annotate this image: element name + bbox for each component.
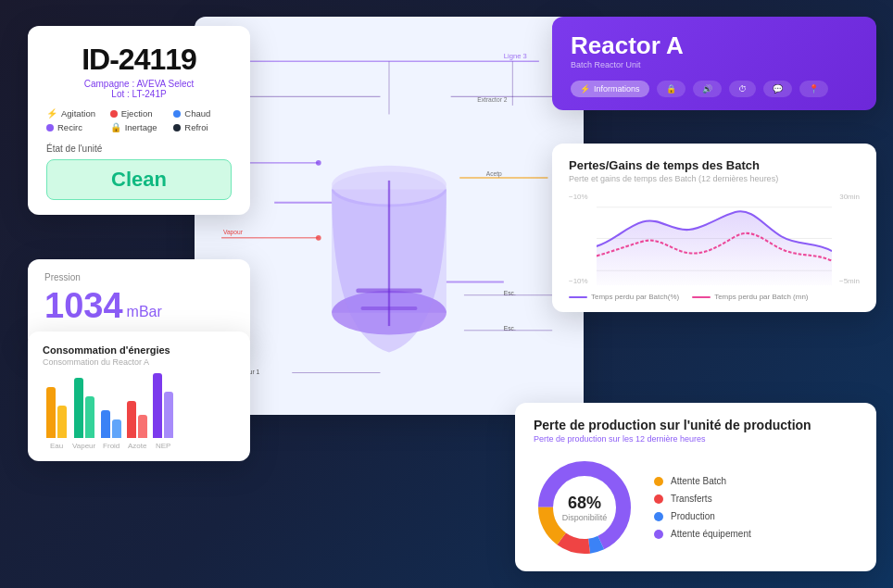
dot-attente-batch	[654, 477, 663, 486]
tag-refroi: Refroi	[173, 122, 232, 132]
reactor-card: Reactor A Batch Reactor Unit ⚡ Informati…	[552, 17, 876, 110]
tab-chat[interactable]: 💬	[763, 81, 792, 97]
tag-inertage: 🔒 Inertage	[110, 122, 169, 132]
dot-attente-equip	[654, 530, 663, 539]
production-subtitle: Perte de production sur les 12 dernière …	[534, 434, 858, 444]
svg-text:Vapour: Vapour	[223, 229, 244, 236]
bar-col-eau	[46, 373, 67, 438]
bar-azote-1	[127, 401, 136, 438]
id-card: ID-24119 Campagne : AVEVA Select Lot : L…	[28, 26, 250, 215]
bar-eau-1	[46, 387, 56, 438]
donut-label: Disponibilité	[562, 513, 608, 522]
timer-icon: ⏱	[738, 84, 747, 94]
bar-label-azote: Azote	[128, 442, 146, 450]
label-transferts: Transferts	[671, 494, 712, 504]
diagram-card: Ligne 1 Ligne 3 Reactor B Extractor 2 Va…	[195, 17, 584, 415]
svg-text:Extractor 2: Extractor 2	[477, 96, 507, 103]
bar-vapeur-2	[85, 396, 94, 438]
lock-icon: 🔒	[666, 84, 676, 94]
pressure-number: 1034	[44, 286, 123, 326]
bar-label-nep: NEP	[156, 442, 170, 450]
chart-y-right: 30min −5min	[839, 193, 860, 285]
tab-location[interactable]: 📍	[799, 81, 828, 97]
tab-sound[interactable]: 🔊	[693, 81, 722, 97]
legend-production: Production	[654, 511, 751, 521]
donut-chart: 68% Disponibilité	[534, 457, 635, 558]
tag-chaud: Chaud	[173, 108, 232, 119]
tag-agitation: ⚡ Agitation	[46, 108, 105, 119]
production-title: Perte de production sur l'unité de produ…	[534, 418, 858, 432]
donut-center: 68% Disponibilité	[562, 494, 608, 522]
etat-label: État de l'unité	[46, 144, 232, 154]
bar-group-azote: Azote	[127, 373, 147, 450]
bar-froid-2	[112, 419, 121, 438]
legend-label-pct: Temps perdu par Batch(%)	[591, 293, 679, 301]
legend-attente-equip: Attente équipement	[654, 529, 751, 539]
tag-label: Agitation	[61, 108, 95, 119]
bar-label-froid: Froid	[103, 442, 119, 450]
dot-production	[654, 512, 663, 521]
y-right-top: 30min	[839, 193, 860, 201]
chart-area: −10% −10% 30min −5min	[569, 193, 860, 285]
bar-group-froid: Froid	[101, 373, 121, 450]
chart-svg-wrapper	[597, 193, 832, 285]
line-chart-svg	[597, 193, 832, 285]
bar-group-nep: NEP	[153, 373, 173, 450]
tab-lock[interactable]: 🔒	[657, 81, 685, 97]
tab-informations-label: Informations	[594, 84, 640, 94]
dashboard: Ligne 1 Ligne 3 Reactor B Extractor 2 Va…	[0, 0, 893, 588]
tab-timer[interactable]: ⏱	[729, 81, 756, 97]
lock-icon: 🔒	[110, 122, 121, 132]
dot-icon	[173, 110, 181, 118]
bar-eau-2	[57, 406, 67, 438]
chat-icon: 💬	[773, 84, 783, 94]
dot-icon	[110, 110, 118, 118]
bar-group-eau: Eau	[46, 373, 67, 450]
legend-transferts: Transferts	[654, 494, 751, 504]
bar-azote-2	[138, 415, 147, 438]
energy-card: Consommation d'énergies Consommation du …	[28, 332, 250, 461]
energy-subtitle: Consommation du Reactor A	[43, 357, 235, 367]
chart-subtitle: Perte et gains de temps des Batch (12 de…	[569, 174, 860, 183]
location-icon: 📍	[809, 84, 819, 94]
bar-col-azote	[127, 373, 147, 438]
svg-text:Ligne 3: Ligne 3	[504, 52, 527, 60]
chart-title: Pertes/Gains de temps des Batch	[569, 158, 860, 172]
tag-label: Chaud	[184, 108, 210, 119]
bar-nep-2	[164, 392, 173, 438]
reactor-title: Reactor A	[571, 31, 858, 60]
dot-transferts	[654, 494, 663, 504]
label-production: Production	[671, 511, 715, 521]
svg-text:Acetp: Acetp	[486, 170, 502, 178]
lot-label: Lot : LT-241P	[46, 89, 232, 99]
bar-nep-1	[153, 373, 162, 438]
y-right-bot: −5min	[839, 277, 860, 285]
y-label-top: −10%	[569, 193, 588, 201]
label-attente-batch: Attente Batch	[671, 476, 726, 486]
tags-grid: ⚡ Agitation Ejection Chaud Recirc 🔒 Iner…	[46, 108, 232, 132]
bolt-icon: ⚡	[46, 108, 57, 119]
dot-icon	[46, 124, 54, 131]
chart-y-left: −10% −10%	[569, 193, 588, 285]
tag-ejection: Ejection	[110, 108, 169, 119]
tag-label: Inertage	[125, 122, 157, 132]
production-content: 68% Disponibilité Attente Batch Transfer…	[534, 457, 858, 558]
bar-label-eau: Eau	[50, 442, 63, 450]
process-diagram-svg: Ligne 1 Ligne 3 Reactor B Extractor 2 Va…	[204, 26, 574, 406]
tag-recirc: Recirc	[46, 122, 105, 132]
y-label-bot: −10%	[569, 277, 588, 285]
bar-col-froid	[101, 373, 121, 438]
chart-legend: Temps perdu par Batch(%) Temps perdu par…	[569, 293, 860, 301]
bar-chart-container: Eau Vapeur Froid	[43, 376, 235, 450]
legend-attente-batch: Attente Batch	[654, 476, 751, 486]
clean-badge: Clean	[46, 159, 232, 200]
bar-vapeur-1	[74, 378, 83, 438]
bar-label-vapeur: Vapeur	[72, 442, 95, 450]
bar-froid-1	[101, 410, 110, 438]
bar-col-nep	[153, 373, 173, 438]
pressure-unit: mBar	[127, 304, 162, 320]
sound-icon: 🔊	[702, 84, 712, 94]
tab-informations[interactable]: ⚡ Informations	[571, 81, 649, 97]
pressure-value: 1034 mBar	[44, 286, 233, 326]
energy-title: Consommation d'énergies	[43, 344, 235, 356]
